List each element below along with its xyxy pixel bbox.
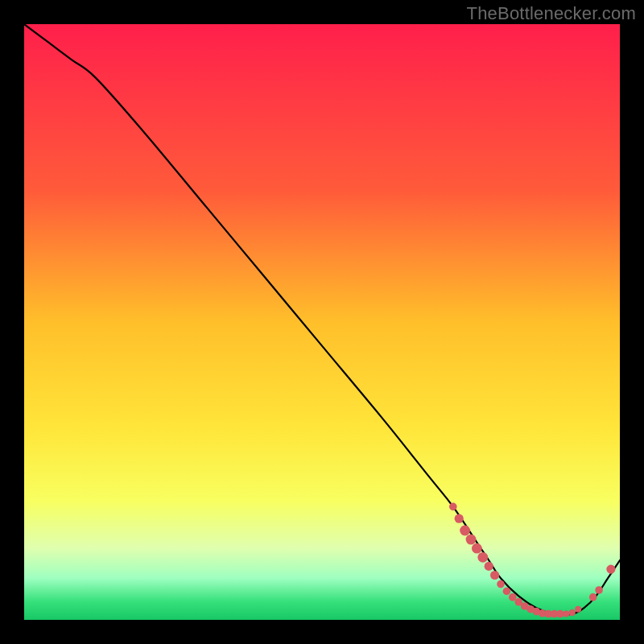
highlight-dot <box>455 514 464 523</box>
chart-svg <box>24 24 620 620</box>
highlight-dot <box>466 535 477 545</box>
highlight-dot <box>575 606 581 613</box>
highlight-dot <box>606 565 615 574</box>
highlight-dot <box>497 580 505 588</box>
highlight-dot <box>460 526 470 536</box>
watermark-text: TheBottlenecker.com <box>467 3 636 24</box>
gradient-background <box>24 24 620 620</box>
highlight-dot <box>569 609 576 616</box>
highlight-dot <box>485 562 493 571</box>
highlight-dot <box>472 543 482 554</box>
highlight-dot <box>563 611 569 617</box>
chart-container: TheBottlenecker.com <box>0 0 644 644</box>
highlight-dot <box>595 586 603 594</box>
highlight-dot <box>449 503 457 511</box>
highlight-dot <box>490 571 499 580</box>
highlight-dot <box>556 610 564 618</box>
plot-frame <box>24 24 620 620</box>
highlight-dot <box>589 593 597 601</box>
highlight-dot <box>477 552 488 563</box>
highlight-dot <box>503 588 511 596</box>
